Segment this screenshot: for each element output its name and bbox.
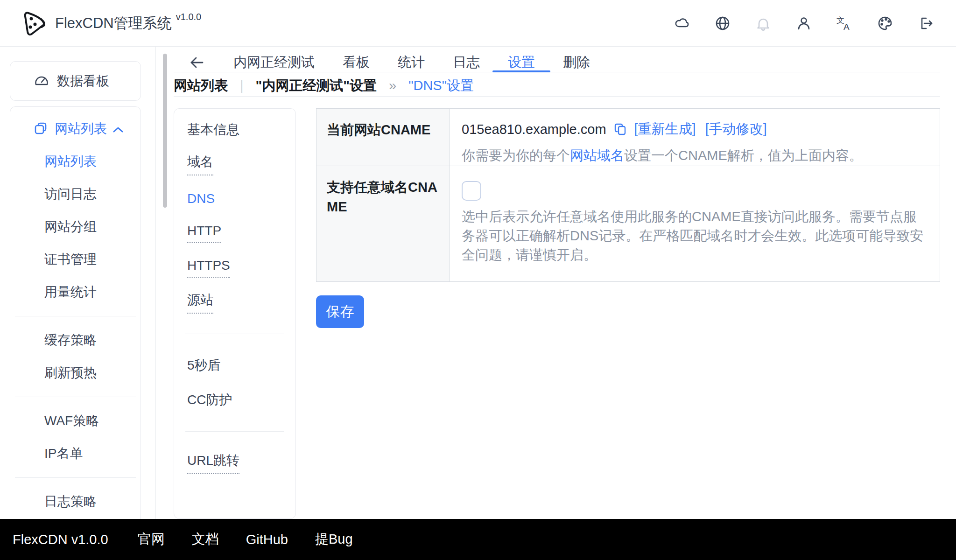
footer-link-report-bug[interactable]: 提Bug bbox=[315, 530, 353, 549]
menu-item-url-redirect[interactable]: URL跳转 bbox=[174, 446, 295, 480]
sidebar-item-ip-list[interactable]: IP名单 bbox=[10, 437, 141, 470]
tab-logs[interactable]: 日志 bbox=[453, 53, 480, 72]
menu-item-domain[interactable]: 域名 bbox=[174, 147, 295, 182]
sidebar-item-label: WAF策略 bbox=[44, 412, 99, 430]
tab-delete[interactable]: 删除 bbox=[563, 53, 590, 72]
footer: FlexCDN v1.0.0 官网 文档 GitHub 提Bug bbox=[0, 519, 956, 560]
menu-item-label: 域名 bbox=[187, 153, 213, 175]
sidebar-item-log-policy[interactable]: 日志策略 bbox=[10, 485, 141, 518]
sidebar-item-label: IP名单 bbox=[44, 445, 83, 462]
breadcrumb-current-dns: "DNS"设置 bbox=[408, 77, 474, 95]
arrow-left-icon[interactable] bbox=[189, 54, 205, 71]
tab-stats[interactable]: 统计 bbox=[398, 53, 425, 72]
menu-item-label: URL跳转 bbox=[187, 452, 239, 474]
main-content: 内网正经测试 看板 统计 日志 设置 删除 网站列表 | "内网正经测试"设置 … bbox=[156, 47, 956, 519]
footer-link-github[interactable]: GitHub bbox=[246, 532, 288, 547]
palette-icon[interactable] bbox=[877, 15, 893, 31]
sidebar-divider bbox=[15, 397, 136, 397]
scrollbar-thumb[interactable] bbox=[163, 54, 167, 208]
sidebar-divider bbox=[15, 316, 136, 316]
menu-item-https[interactable]: HTTPS bbox=[174, 251, 295, 285]
sidebar-item-usage-stats[interactable]: 用量统计 bbox=[10, 276, 141, 308]
hint-text: 你需要为你的每个 bbox=[462, 148, 570, 163]
app-version: v1.0.0 bbox=[176, 12, 201, 21]
menu-item-5s-shield[interactable]: 5秒盾 bbox=[174, 348, 295, 383]
sidebar-item-waf-policy[interactable]: WAF策略 bbox=[10, 405, 141, 437]
user-icon[interactable] bbox=[796, 15, 812, 31]
sidebar-nav-card: 网站列表 网站列表 访问日志 网站分组 证书管理 用量统计 bbox=[10, 106, 141, 519]
bell-icon[interactable] bbox=[755, 15, 771, 31]
sidebar: 数据看板 网站列表 网站列表 bbox=[0, 47, 156, 519]
breadcrumb-site-list[interactable]: 网站列表 bbox=[174, 77, 228, 95]
globe-icon[interactable] bbox=[715, 15, 731, 31]
footer-link-official-site[interactable]: 官网 bbox=[138, 530, 165, 549]
sites-icon bbox=[34, 122, 48, 136]
sidebar-item-label: 网站列表 bbox=[44, 153, 97, 170]
save-button[interactable]: 保存 bbox=[316, 295, 364, 328]
sidebar-divider bbox=[15, 477, 136, 478]
copy-icon[interactable] bbox=[614, 122, 628, 136]
translate-icon[interactable]: 文 A bbox=[836, 15, 852, 31]
menu-item-label: HTTPS bbox=[187, 258, 230, 278]
hint-text: 设置一个CNAME解析，值为上面内容。 bbox=[624, 148, 863, 163]
pizza-logo-icon bbox=[21, 9, 47, 37]
chevron-up-icon bbox=[113, 126, 123, 133]
tab-board[interactable]: 看板 bbox=[343, 53, 370, 72]
menu-item-dns[interactable]: DNS bbox=[174, 182, 295, 216]
breadcrumb-chevron: » bbox=[389, 78, 396, 93]
settings-menu: 基本信息 域名 DNS HTTP HTTPS 源站 bbox=[174, 108, 296, 519]
cname-row: 当前网站CNAME 015ea810.example.com bbox=[316, 109, 940, 166]
sidebar-item-site-groups[interactable]: 网站分组 bbox=[10, 210, 141, 243]
page-body: 数据看板 网站列表 网站列表 bbox=[0, 47, 956, 519]
footer-link-docs[interactable]: 文档 bbox=[192, 530, 219, 549]
any-domain-cname-checkbox[interactable] bbox=[462, 181, 481, 201]
breadcrumb-site-settings[interactable]: "内网正经测试"设置 bbox=[256, 77, 377, 95]
site-tabs: 内网正经测试 看板 统计 日志 设置 删除 bbox=[174, 47, 940, 72]
tab-site-name[interactable]: 内网正经测试 bbox=[233, 53, 315, 72]
sidebar-item-access-log[interactable]: 访问日志 bbox=[10, 178, 141, 210]
menu-divider bbox=[185, 334, 284, 334]
wildcard-cname-row: 支持任意域名CNAME 选中后表示允许任意域名使用此服务的CNAME直接访问此服… bbox=[316, 166, 940, 281]
cname-value: 015ea810.example.com bbox=[462, 122, 606, 137]
menu-divider bbox=[185, 431, 284, 432]
menu-item-label: 基本信息 bbox=[187, 121, 239, 139]
sidebar-item-cache-policy[interactable]: 缓存策略 bbox=[10, 324, 141, 357]
footer-brand: FlexCDN v1.0.0 bbox=[13, 532, 108, 547]
manual-modify-link[interactable]: [手动修改] bbox=[705, 120, 767, 139]
header-icon-bar: 文 A bbox=[674, 15, 934, 31]
regenerate-link[interactable]: [重新生成] bbox=[634, 120, 696, 139]
cname-hint: 你需要为你的每个网站域名设置一个CNAME解析，值为上面内容。 bbox=[462, 145, 927, 166]
sidebar-item-label: 缓存策略 bbox=[44, 331, 97, 349]
menu-item-http[interactable]: HTTP bbox=[174, 216, 295, 251]
site-domain-link[interactable]: 网站域名 bbox=[570, 148, 624, 163]
sidebar-item-cert-management[interactable]: 证书管理 bbox=[10, 243, 141, 276]
menu-item-origin[interactable]: 源站 bbox=[174, 285, 295, 320]
sidebar-item-dashboard[interactable]: 数据看板 bbox=[10, 61, 141, 101]
sidebar-item-site-list[interactable]: 网站列表 bbox=[10, 145, 141, 178]
top-header: FlexCDN管理系统 v1.0.0 bbox=[0, 0, 956, 47]
sidebar-group-label: 网站列表 bbox=[55, 120, 107, 138]
dns-settings-form: 当前网站CNAME 015ea810.example.com bbox=[316, 108, 940, 328]
settings-table: 当前网站CNAME 015ea810.example.com bbox=[316, 108, 940, 282]
menu-item-cc-protection[interactable]: CC防护 bbox=[174, 383, 295, 417]
svg-text:A: A bbox=[844, 22, 850, 31]
menu-item-basic-info[interactable]: 基本信息 bbox=[174, 112, 295, 147]
breadcrumb: 网站列表 | "内网正经测试"设置 » "DNS"设置 bbox=[174, 72, 940, 97]
gauge-icon bbox=[34, 73, 49, 89]
menu-item-label: 源站 bbox=[187, 291, 213, 314]
sidebar-item-label: 日志策略 bbox=[44, 493, 97, 511]
menu-item-label: CC防护 bbox=[187, 391, 232, 409]
sidebar-item-label: 数据看板 bbox=[57, 72, 109, 90]
sidebar-item-label: 访问日志 bbox=[44, 185, 97, 203]
menu-item-label: 5秒盾 bbox=[187, 357, 221, 374]
tab-settings[interactable]: 设置 bbox=[508, 53, 535, 72]
sidebar-item-purge-prefetch[interactable]: 刷新预热 bbox=[10, 357, 141, 389]
sidebar-item-label: 网站分组 bbox=[44, 218, 97, 236]
brand: FlexCDN管理系统 v1.0.0 bbox=[21, 9, 201, 37]
sidebar-group-sites[interactable]: 网站列表 bbox=[10, 117, 141, 140]
logout-icon[interactable] bbox=[918, 15, 934, 31]
sidebar-item-label: 用量统计 bbox=[44, 283, 97, 301]
breadcrumb-separator: | bbox=[240, 78, 244, 93]
menu-item-label: DNS bbox=[187, 191, 215, 206]
cloud-icon[interactable] bbox=[674, 15, 690, 31]
